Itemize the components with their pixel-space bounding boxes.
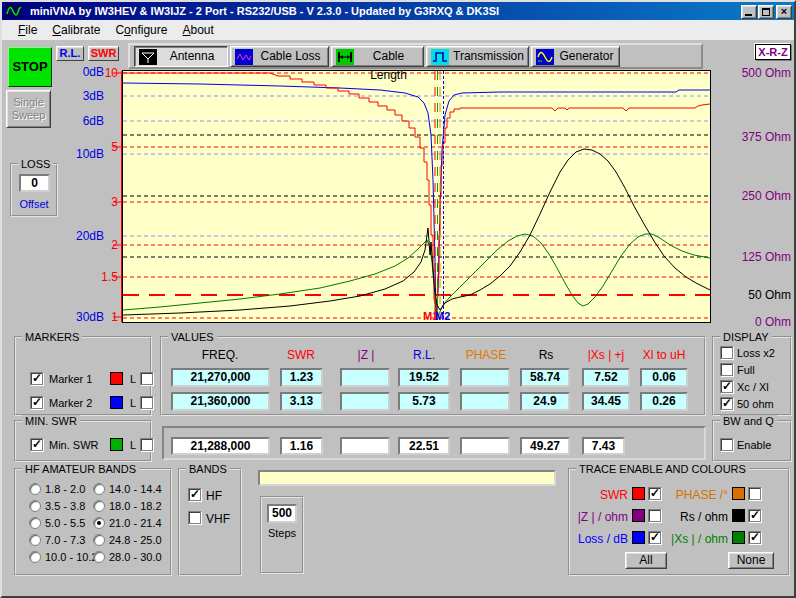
trace-all-button[interactable]: All	[625, 552, 667, 569]
loss-offset-label[interactable]: Offset	[12, 198, 56, 210]
trace-left-label-2: Loss / dB	[572, 532, 628, 546]
menu-item-file[interactable]: File	[18, 23, 37, 37]
marker2-checkbox[interactable]: ✓	[30, 396, 43, 409]
hf-band-label: 24.8 - 25.0	[109, 534, 162, 546]
min-swr-field-3[interactable]: 22.51	[398, 437, 450, 455]
display-checkbox-50-ohm[interactable]: ✓	[720, 397, 733, 410]
values-row2-field-3[interactable]: 5.73	[398, 392, 450, 411]
display-checkbox-loss-x2[interactable]	[720, 346, 733, 359]
single-sweep-button[interactable]: Single Sweep	[6, 90, 51, 128]
hf-band-label: 10.0 - 10.2	[45, 551, 98, 563]
display-group-title: DISPLAY	[720, 331, 772, 343]
ohm-axis-label: 500 Ohm	[742, 66, 791, 80]
min-swr-color-swatch[interactable]	[110, 438, 123, 451]
trace-left-swatch-0[interactable]	[632, 487, 645, 500]
values-row1-field-7[interactable]: 0.06	[640, 368, 688, 387]
hf-band-radio-1.8-2.0[interactable]	[29, 483, 41, 495]
hf-band-radio-3.5-3.8[interactable]	[29, 500, 41, 512]
hf-band-radio-24.8-25.0[interactable]	[93, 534, 105, 546]
swr-axis-tab[interactable]: SWR	[88, 46, 119, 61]
trace-left-checkbox-1[interactable]	[648, 509, 661, 522]
min-swr-field-0[interactable]: 21,288,000	[171, 437, 270, 455]
trace-left-checkbox-2[interactable]: ✓	[648, 531, 661, 544]
hf-band-radio-18.0-18.2[interactable]	[93, 500, 105, 512]
values-row1-field-1[interactable]: 1.23	[280, 368, 323, 387]
min-swr-checkbox[interactable]: ✓	[30, 438, 43, 451]
trace-left-checkbox-0[interactable]: ✓	[648, 487, 661, 500]
trace-right-checkbox-0[interactable]	[748, 487, 761, 500]
marker2-color-swatch[interactable]	[110, 396, 123, 409]
mode-button-cable-loss[interactable]: Cable Loss	[230, 46, 329, 67]
stop-button[interactable]: STOP	[8, 47, 52, 87]
values-row2-field-6[interactable]: 34.45	[582, 392, 630, 411]
values-row2-field-2[interactable]	[340, 392, 390, 411]
values-row2-field-5[interactable]: 24.9	[520, 392, 570, 411]
menu-bar: FileCalibrateConfigureAbout	[2, 20, 794, 40]
min-swr-l-checkbox[interactable]	[140, 438, 153, 451]
hf-band-radio-5.0-5.5[interactable]	[29, 517, 41, 529]
min-swr-field-6[interactable]: 7.43	[582, 437, 625, 455]
values-row2-field-7[interactable]: 0.26	[640, 392, 688, 411]
bands-checkbox-vhf[interactable]	[188, 511, 201, 524]
mode-button-generator[interactable]: Generator	[531, 46, 620, 67]
values-row2-field-0[interactable]: 21,360,000	[171, 392, 270, 411]
menu-item-about[interactable]: About	[182, 23, 213, 37]
values-row1-field-3[interactable]: 19.52	[398, 368, 450, 387]
min-swr-field-5[interactable]: 49.27	[520, 437, 570, 455]
trace-left-swatch-1[interactable]	[632, 509, 645, 522]
display-checkbox-full[interactable]	[720, 363, 733, 376]
trace-none-button[interactable]: None	[728, 552, 774, 569]
trace-right-swatch-2[interactable]	[732, 531, 745, 544]
values-row1-field-4[interactable]	[460, 368, 510, 387]
rl-axis-tab[interactable]: R.L.	[56, 46, 84, 61]
hf-band-radio-7.0-7.3[interactable]	[29, 534, 41, 546]
hf-band-radio-28.0-30.0[interactable]	[93, 551, 105, 563]
marker1-checkbox[interactable]: ✓	[30, 372, 43, 385]
mode-button-cable-length[interactable]: Cable Length	[331, 46, 424, 67]
close-button[interactable]: ×	[776, 5, 792, 19]
trace-right-checkbox-1[interactable]: ✓	[748, 509, 761, 522]
min-swr-l-label: L	[130, 439, 136, 451]
maximize-button[interactable]	[758, 5, 774, 19]
values-row1-field-2[interactable]	[340, 368, 390, 387]
xrz-axis-tab[interactable]: X-R-Z	[755, 44, 791, 60]
menu-item-calibrate[interactable]: Calibrate	[52, 23, 100, 37]
min-swr-field-4[interactable]	[460, 437, 510, 455]
check-mark: ✓	[650, 486, 660, 500]
hf-band-radio-21.0-21.4[interactable]	[93, 517, 105, 529]
min-swr-field-1[interactable]: 1.16	[280, 437, 323, 455]
ohm-axis-label: 250 Ohm	[742, 189, 791, 203]
sweep-chart[interactable]: M1M20dB3dB6dB10dB20dB30dB105321.51500 Oh…	[0, 62, 796, 334]
min-swr-field-2[interactable]	[340, 437, 390, 455]
minimize-button[interactable]	[741, 5, 757, 19]
menu-item-configure[interactable]: Configure	[115, 23, 167, 37]
trace-right-swatch-1[interactable]	[732, 509, 745, 522]
values-row1-field-6[interactable]: 7.52	[582, 368, 630, 387]
marker2-label: Marker 2	[49, 397, 92, 409]
loss-offset-input[interactable]: 0	[19, 174, 50, 192]
marker1-label: Marker 1	[49, 373, 92, 385]
mode-button-transmission[interactable]: Transmission	[426, 46, 529, 67]
mode-button-antenna[interactable]: Antenna	[134, 46, 228, 67]
bands-checkbox-hf[interactable]: ✓	[188, 488, 201, 501]
values-row1-field-5[interactable]: 58.74	[520, 368, 570, 387]
bwq-enable-checkbox[interactable]	[720, 438, 733, 451]
hf-band-radio-10.0-10.2[interactable]	[29, 551, 41, 563]
ohm-axis-label: 50 Ohm	[748, 288, 791, 302]
steps-input[interactable]: 500	[267, 504, 297, 523]
swr-axis-label: 1	[111, 310, 118, 324]
trace-left-swatch-2[interactable]	[632, 531, 645, 544]
hf-band-radio-14.0-14.4[interactable]	[93, 483, 105, 495]
values-row2-field-4[interactable]	[460, 392, 510, 411]
values-row1-field-0[interactable]: 21,270,000	[171, 368, 270, 387]
marker1-l-checkbox[interactable]	[140, 372, 153, 385]
trace-right-swatch-0[interactable]	[732, 487, 745, 500]
min-swr-label: Min. SWR	[49, 439, 99, 451]
values-row2-field-1[interactable]: 3.13	[280, 392, 323, 411]
loss-group: LOSS 0 Offset	[10, 163, 58, 217]
display-checkbox-xc---xl[interactable]: ✓	[720, 380, 733, 393]
trace-right-label-2: |Xs | / ohm	[664, 532, 728, 546]
marker1-color-swatch[interactable]	[110, 372, 123, 385]
marker2-l-checkbox[interactable]	[140, 396, 153, 409]
trace-right-checkbox-2[interactable]: ✓	[748, 531, 761, 544]
